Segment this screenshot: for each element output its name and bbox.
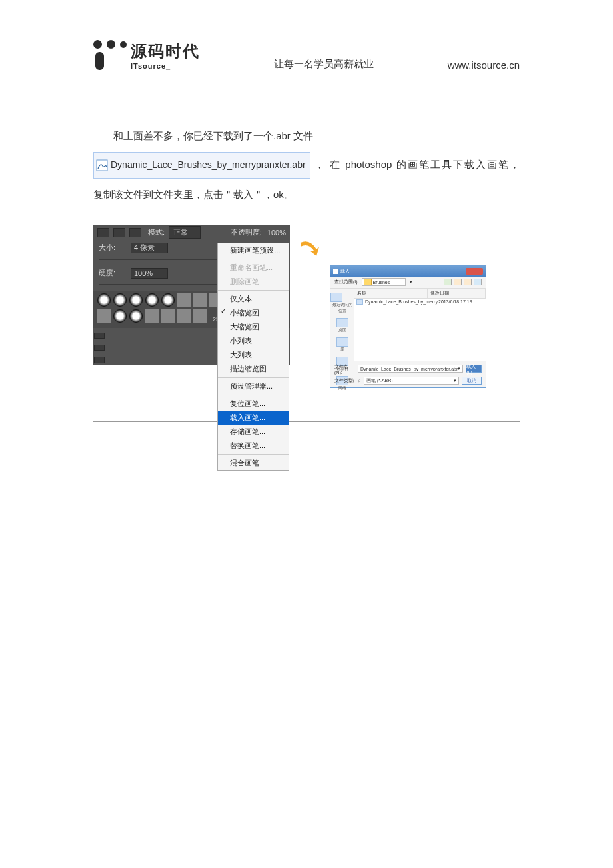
brush-thumb[interactable] bbox=[161, 309, 175, 323]
size-label: 大小: bbox=[99, 243, 131, 253]
paragraph-2: Dynamic_Lace_Brushes_by_merrypranxter.ab… bbox=[93, 152, 520, 179]
dialog-bottom: 文件名(N): Dynamic_Lace_Brushes_by_merrypra… bbox=[330, 361, 486, 387]
brush-preset-menu: 新建画笔预设...重命名画笔...删除画笔仅文本小缩览图大缩览图小列表大列表描边… bbox=[217, 243, 289, 471]
hardness-input[interactable]: 100% bbox=[131, 268, 168, 279]
menu-item[interactable]: 替换画笔... bbox=[218, 439, 289, 453]
file-list: 名称 修改日期 Dynamic_Lace_Brushes_by_merrypra… bbox=[354, 289, 486, 361]
menu-separator bbox=[218, 377, 289, 378]
location-label: 查找范围(I): bbox=[334, 279, 359, 285]
logo: 源码时代 ITsource_ bbox=[93, 40, 200, 71]
paragraph-3: 复制该文件到文件夹里，点击＂载入＂，ok。 bbox=[93, 183, 520, 207]
paragraph-1: 和上面差不多，你已经下载到了一个.abr 文件 bbox=[93, 124, 520, 148]
brush-tool-icon[interactable] bbox=[97, 228, 109, 237]
dialog-title: 载入 bbox=[340, 268, 350, 275]
menu-item[interactable]: 大缩览图 bbox=[218, 320, 289, 334]
mode-label: 模式: bbox=[148, 227, 165, 237]
hardness-label: 硬度: bbox=[99, 268, 131, 278]
brush-thumb[interactable] bbox=[129, 293, 143, 307]
size-input[interactable]: 4 像素 bbox=[131, 243, 168, 253]
menu-separator bbox=[218, 454, 289, 455]
desktop-icon[interactable] bbox=[336, 318, 348, 327]
menu-item[interactable]: 仅文本 bbox=[218, 292, 289, 306]
photoshop-file-icon bbox=[96, 159, 108, 171]
abr-file-icon bbox=[356, 299, 363, 305]
menu-item[interactable]: 描边缩览图 bbox=[218, 362, 289, 376]
opacity-label: 不透明度: bbox=[231, 227, 262, 237]
text: 和上面差不多，你已经下载到了一个 bbox=[113, 130, 273, 141]
menu-item[interactable]: 存储画笔... bbox=[218, 425, 289, 439]
brush-thumb[interactable] bbox=[145, 309, 159, 323]
cancel-button[interactable]: 取消 bbox=[462, 377, 482, 385]
load-file-dialog: 载入 查找范围(I): Brushes ▾ 最近访问的 bbox=[330, 265, 486, 388]
brush-thumb[interactable] bbox=[97, 309, 111, 323]
ps-options-bar: 模式: 正常 不透明度: 100% bbox=[93, 225, 290, 240]
menu-separator bbox=[218, 290, 289, 291]
curved-arrow-icon bbox=[299, 240, 320, 261]
brush-thumb[interactable] bbox=[129, 309, 143, 323]
opacity-value[interactable]: 100% bbox=[267, 229, 286, 237]
up-icon[interactable] bbox=[454, 279, 462, 285]
sidebar-label: 最近访问的位置 bbox=[330, 302, 354, 314]
tool-icon[interactable] bbox=[94, 333, 105, 339]
brush-preset-icon[interactable] bbox=[113, 228, 125, 237]
menu-item: 重命名画笔... bbox=[218, 261, 289, 275]
filename-input[interactable]: Dynamic_Lace_Brushes_by_merrypranxter.ab… bbox=[358, 365, 463, 373]
menu-item[interactable]: 混合画笔 bbox=[218, 456, 289, 470]
filetype-dropdown[interactable]: 画笔 (*.ABR)▾ bbox=[364, 377, 459, 385]
menu-item: 删除画笔 bbox=[218, 275, 289, 289]
sidebar-label: 网络 bbox=[336, 385, 348, 391]
menu-item[interactable]: 载入画笔... bbox=[218, 411, 289, 425]
text: .abr bbox=[273, 130, 291, 141]
col-date[interactable]: 修改日期 bbox=[428, 289, 486, 298]
abr-file-badge: Dynamic_Lace_Brushes_by_merrypranxter.ab… bbox=[93, 152, 310, 179]
menu-item[interactable]: 小列表 bbox=[218, 334, 289, 348]
brush-thumb[interactable] bbox=[145, 293, 159, 307]
dialog-toolbar: 查找范围(I): Brushes ▾ bbox=[330, 277, 486, 289]
location-value: Brushes bbox=[373, 280, 390, 285]
recent-places-icon[interactable] bbox=[330, 293, 342, 302]
tool-icon[interactable] bbox=[94, 357, 105, 363]
load-button[interactable]: 载入(L) bbox=[466, 365, 482, 373]
brush-thumb[interactable] bbox=[161, 293, 175, 307]
brush-thumb[interactable] bbox=[193, 293, 207, 307]
file-row[interactable]: Dynamic_Lace_Brushes_by_merrypranxter.ab… bbox=[354, 299, 486, 305]
menu-item[interactable]: 复位画笔... bbox=[218, 397, 289, 411]
folder-icon bbox=[364, 279, 372, 285]
menu-item[interactable]: 大列表 bbox=[218, 348, 289, 362]
brush-thumb[interactable] bbox=[177, 293, 191, 307]
brush-thumb[interactable] bbox=[177, 309, 191, 323]
header-slogan: 让每一名学员高薪就业 bbox=[200, 58, 448, 71]
location-dropdown[interactable]: Brushes bbox=[362, 278, 406, 286]
brush-thumb[interactable] bbox=[113, 293, 127, 307]
col-name[interactable]: 名称 bbox=[354, 289, 428, 298]
tool-icon[interactable] bbox=[94, 345, 105, 351]
libraries-icon[interactable] bbox=[336, 337, 348, 347]
menu-separator bbox=[218, 395, 289, 395]
filename-label: 文件名(N): bbox=[334, 363, 355, 375]
text: ， 在 photoshop 的画笔工具下载入画笔， bbox=[314, 159, 520, 170]
brush-thumb[interactable] bbox=[97, 293, 111, 307]
dialog-titlebar: 载入 bbox=[330, 266, 486, 277]
logo-text-cn: 源码时代 bbox=[131, 41, 200, 62]
brush-thumb[interactable] bbox=[193, 309, 207, 323]
dialog-sidebar: 最近访问的位置 桌面 库 计算机 网络 bbox=[330, 289, 354, 361]
filetype-label: 文件类型(T): bbox=[334, 377, 361, 384]
menu-item[interactable]: 预设管理器... bbox=[218, 379, 289, 393]
file-row-date: 2013/6/18 17:18 bbox=[438, 299, 486, 305]
back-icon[interactable] bbox=[444, 279, 452, 285]
brush-panel-icon[interactable] bbox=[129, 228, 141, 237]
section-divider bbox=[93, 421, 520, 422]
brush-thumb[interactable] bbox=[113, 309, 127, 323]
sidebar-label: 库 bbox=[336, 347, 348, 353]
logo-mark bbox=[93, 40, 127, 71]
view-icon[interactable] bbox=[474, 279, 482, 285]
menu-item[interactable]: 新建画笔预设... bbox=[218, 243, 289, 257]
menu-item[interactable]: 小缩览图 bbox=[218, 306, 289, 320]
new-folder-icon[interactable] bbox=[464, 279, 472, 285]
text: 文件 bbox=[291, 130, 313, 141]
close-button[interactable] bbox=[466, 268, 483, 275]
mode-dropdown[interactable]: 正常 bbox=[169, 226, 201, 239]
screenshot-group: 模式: 正常 不透明度: 100% 大小: 4 像素 ⚙ 硬度: 100% bbox=[93, 225, 520, 388]
logo-text-en: ITsource_ bbox=[131, 62, 200, 70]
page-header: 源码时代 ITsource_ 让每一名学员高薪就业 www.itsource.c… bbox=[93, 40, 520, 71]
